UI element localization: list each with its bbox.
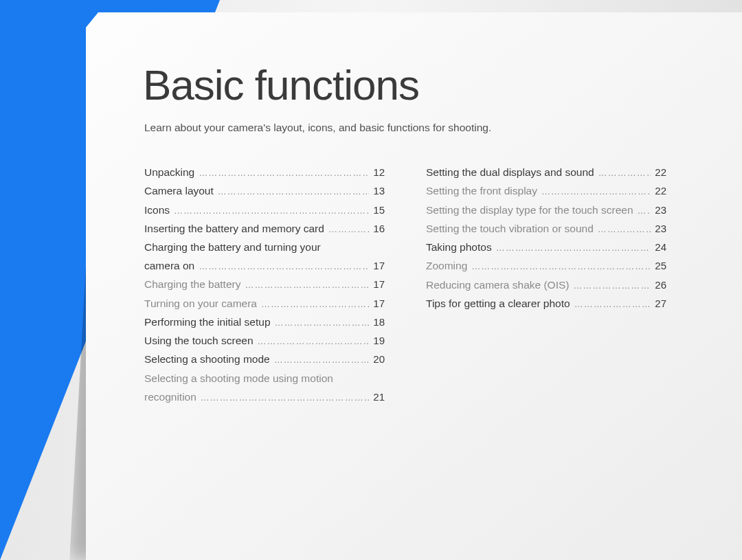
toc-column-left: Unpacking12Camera layout13Icons15Inserti… [144, 163, 385, 406]
toc-label: Turning on your camera [144, 294, 257, 313]
toc-entry[interactable]: Performing the initial setup18 [144, 313, 385, 331]
toc-label: Icons [144, 201, 170, 219]
toc-entry[interactable]: Icons15 [144, 201, 385, 219]
page-title: Basic functions [143, 60, 687, 109]
toc-label: Setting the front display [426, 181, 537, 200]
toc-leader [274, 352, 370, 368]
toc-label: camera on [144, 256, 194, 275]
toc-label: Charging the battery and turning your [144, 238, 385, 256]
toc-page-number: 18 [373, 313, 385, 331]
toc-leader [261, 297, 369, 313]
toc-entry[interactable]: Selecting a shooting mode using motionre… [144, 369, 385, 406]
toc-label: Using the touch screen [144, 331, 254, 350]
toc-leader [218, 184, 370, 200]
toc-page-number: 15 [373, 201, 385, 219]
toc-label: Taking photos [426, 238, 492, 256]
toc-leader [275, 315, 370, 331]
toc-label: Inserting the battery and memory card [144, 219, 324, 238]
toc-entry[interactable]: Using the touch screen19 [144, 331, 385, 350]
toc-label: recognition [144, 388, 196, 406]
toc-leader [638, 203, 651, 219]
toc-entry[interactable]: Unpacking12 [144, 163, 385, 181]
toc-entry[interactable]: Charging the battery17 [144, 275, 385, 293]
toc-page-number: 19 [373, 332, 385, 350]
toc-page-number: 21 [373, 388, 385, 406]
toc-page-number: 24 [655, 238, 666, 256]
toc-page-number: 13 [373, 182, 385, 200]
toc-page-number: 17 [373, 257, 385, 275]
toc-label: Charging the battery [144, 275, 240, 293]
toc-entry[interactable]: Selecting a shooting mode20 [144, 350, 385, 368]
toc-label: Setting the touch vibration or sound [426, 219, 594, 238]
toc-label: Tips for getting a clearer photo [426, 294, 570, 313]
toc-leader [201, 390, 369, 406]
toc-entry[interactable]: Reducing camera shake (OIS)26 [426, 276, 666, 294]
toc-page-number: 22 [655, 164, 666, 181]
toc-entry[interactable]: Setting the display type for the touch s… [426, 201, 666, 219]
toc-leader [574, 297, 651, 313]
toc-page-number: 20 [373, 350, 385, 368]
toc-leader [496, 240, 651, 256]
toc-entry[interactable]: Charging the battery and turning yourcam… [144, 238, 385, 275]
toc-entry[interactable]: Inserting the battery and memory card16 [144, 219, 385, 238]
toc-label: Unpacking [144, 163, 194, 181]
toc-page-number: 22 [655, 182, 666, 200]
toc-column-right: Setting the dual displays and sound22Set… [426, 163, 666, 406]
toc-label: Zooming [426, 256, 467, 275]
toc-page-number: 23 [655, 220, 666, 238]
toc-leader [573, 278, 651, 294]
toc-page-number: 25 [655, 257, 666, 275]
document-page: Basic functions Learn about your camera'… [86, 12, 742, 560]
toc-label: Selecting a shooting mode using motion [144, 369, 385, 388]
toc-leader [174, 203, 369, 219]
toc-leader [245, 278, 369, 293]
toc-page-number: 17 [373, 295, 385, 313]
toc-page-number: 27 [655, 295, 666, 313]
toc-page-number: 23 [655, 201, 666, 219]
toc-leader [541, 184, 651, 200]
toc-entry[interactable]: Setting the front display22 [426, 181, 666, 200]
toc-leader [598, 222, 651, 238]
toc-page-number: 17 [373, 276, 385, 293]
toc-label: Setting the dual displays and sound [426, 163, 594, 181]
toc-entry[interactable]: Zooming25 [426, 256, 666, 275]
toc-label: Selecting a shooting mode [144, 350, 270, 368]
toc-leader [598, 166, 651, 181]
toc-entry[interactable]: Tips for getting a clearer photo27 [426, 294, 666, 313]
toc-leader [471, 259, 651, 275]
toc-page-number: 26 [655, 276, 666, 294]
toc-label: Performing the initial setup [144, 313, 271, 331]
toc-columns: Unpacking12Camera layout13Icons15Inserti… [144, 163, 687, 406]
toc-entry[interactable]: Turning on your camera17 [144, 294, 385, 313]
toc-leader [199, 259, 369, 275]
toc-label: Camera layout [144, 181, 214, 200]
page-subtitle: Learn about your camera's layout, icons,… [144, 122, 687, 134]
toc-leader [258, 334, 370, 350]
toc-label: Reducing camera shake (OIS) [426, 276, 569, 294]
toc-leader [328, 222, 369, 238]
toc-entry[interactable]: Camera layout13 [144, 181, 385, 200]
toc-entry[interactable]: Setting the dual displays and sound22 [426, 163, 666, 181]
toc-entry[interactable]: Setting the touch vibration or sound23 [426, 219, 666, 238]
toc-leader [199, 166, 369, 181]
toc-entry[interactable]: Taking photos24 [426, 238, 666, 256]
toc-page-number: 16 [373, 220, 385, 238]
toc-label: Setting the display type for the touch s… [426, 201, 633, 219]
toc-page-number: 12 [373, 164, 385, 181]
